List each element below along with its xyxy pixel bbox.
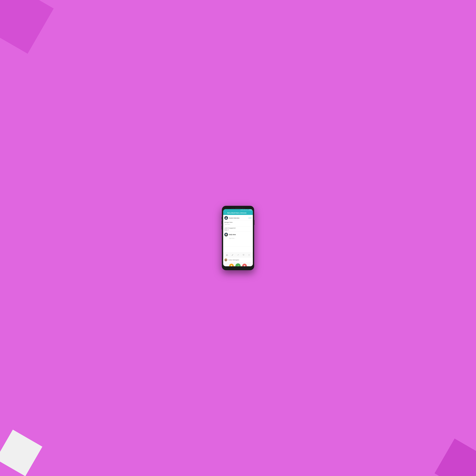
- alarm-icon: [241, 209, 242, 210]
- level-of-engagement-select[interactable]: None ▼: [224, 229, 252, 231]
- svg-point-4: [225, 259, 226, 260]
- dot-center-left: [233, 208, 234, 209]
- daily-note-section: + Daily Note Type here...: [223, 232, 253, 246]
- daily-note-icon-circle: +: [224, 233, 228, 236]
- phone-wrapper: LTE 100% 08:00 ← Harry (David Harry John…: [222, 206, 254, 270]
- bottom-actions: [223, 262, 253, 266]
- battery-icon: [247, 209, 249, 210]
- manager-notes-group: Manager Notes Type here...: [224, 221, 252, 226]
- status-bar: LTE 100% 08:00: [223, 209, 253, 211]
- app-header: ← Harry (David Harry Johnson): [223, 211, 253, 215]
- bg-shape-2: [0, 430, 42, 476]
- status-time: 08:00: [249, 209, 252, 210]
- phone-speaker: [235, 208, 241, 208]
- user-avatar-circle: [224, 216, 228, 220]
- screen-content: Assist Interview 16:00 Manager Notes Typ…: [223, 215, 253, 266]
- phone-screen: LTE 100% 08:00 ← Harry (David Harry John…: [223, 209, 253, 266]
- edit-icon-button[interactable]: [231, 254, 234, 256]
- manager-notes-input[interactable]: Type here...: [224, 223, 252, 225]
- volume-up-button: [221, 217, 222, 220]
- back-button[interactable]: ←: [224, 212, 226, 214]
- front-camera: [242, 208, 243, 209]
- svg-point-5: [225, 260, 227, 261]
- svg-text:+: +: [226, 235, 227, 236]
- dot-right: [243, 208, 244, 209]
- daily-note-title: Daily Note: [229, 234, 236, 235]
- user-name: Carlos Vertonghen: [228, 259, 239, 261]
- power-button: [254, 220, 255, 225]
- close-icon-button[interactable]: [248, 254, 251, 256]
- volume-down-button: [221, 221, 222, 224]
- group-icon-button[interactable]: [225, 254, 228, 256]
- phone-device: LTE 100% 08:00 ← Harry (David Harry John…: [222, 206, 254, 270]
- silent-button: [221, 225, 222, 229]
- dot-left: [232, 208, 233, 209]
- status-icons: LTE 100%: [241, 209, 249, 210]
- confirm-button[interactable]: [235, 263, 241, 266]
- assist-interview-time: 16:00: [248, 217, 252, 219]
- bg-shape-1: [0, 0, 54, 54]
- wifi-icon: [242, 209, 243, 210]
- user-row: Carlos Vertonghen: [223, 257, 253, 262]
- assist-interview-section: Assist Interview 16:00: [223, 215, 253, 221]
- trending-up-icon-button[interactable]: [237, 254, 239, 256]
- form-section: Manager Notes Type here... Level of enga…: [223, 221, 253, 232]
- lte-indicator: LTE: [243, 209, 245, 210]
- red-bell-button[interactable]: [242, 264, 247, 266]
- orange-bell-button[interactable]: [229, 264, 234, 266]
- battery-percent: 100%: [245, 209, 247, 210]
- daily-note-input[interactable]: Type here...: [224, 237, 252, 245]
- svg-rect-0: [248, 210, 248, 210]
- level-of-engagement-value: None: [224, 229, 227, 231]
- manager-notes-label: Manager Notes: [224, 222, 252, 223]
- level-of-engagement-label: Level of engagement: [224, 227, 252, 229]
- level-of-engagement-group: Level of engagement None ▼: [224, 226, 252, 232]
- phone-notch: [223, 207, 253, 209]
- daily-note-header: + Daily Note: [224, 233, 252, 236]
- content-spacer: [223, 246, 253, 252]
- alarm-toolbar-icon-button[interactable]: [242, 254, 245, 256]
- bg-shape-3: [435, 439, 476, 476]
- assist-interview-title: Assist Interview: [229, 217, 247, 219]
- chevron-down-icon: ▼: [228, 229, 229, 230]
- person-icon: [225, 217, 227, 219]
- bottom-toolbar: [223, 252, 253, 257]
- header-title: Harry (David Harry Johnson): [227, 212, 246, 214]
- note-icon: +: [225, 234, 227, 236]
- user-avatar-small: [224, 258, 227, 261]
